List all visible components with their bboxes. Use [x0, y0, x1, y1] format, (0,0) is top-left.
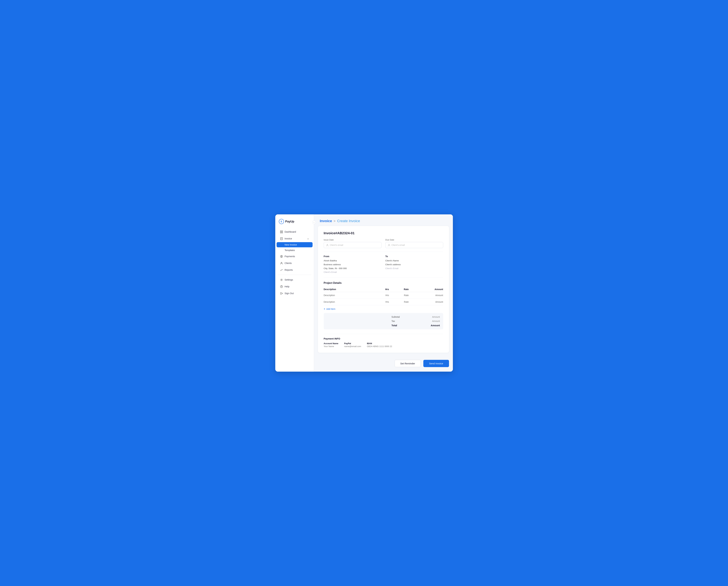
col-header-rate: Rate — [389, 287, 409, 292]
subtotal-row: Subtotal Amount — [392, 316, 440, 318]
sidebar-item-invoice[interactable]: Invoice ▲ — [277, 235, 313, 242]
to-block: To Client's Name Client's address Client… — [385, 255, 443, 274]
total-value: Amount — [431, 324, 440, 327]
due-date-label: Due Date — [385, 239, 443, 241]
svg-point-14 — [388, 244, 389, 245]
reports-icon — [280, 268, 283, 271]
invoice-number: Invoice#AB2324-01 — [324, 231, 443, 235]
payment-field-value: Your Name — [324, 345, 338, 348]
due-date-field: Due Date Client's email — [385, 239, 443, 248]
sidebar-item-dashboard[interactable]: Dashboard — [277, 229, 313, 235]
sidebar-item-settings[interactable]: Settings — [277, 276, 313, 283]
help-icon — [280, 285, 283, 288]
to-label: To — [385, 255, 443, 258]
invoice-icon — [280, 237, 283, 240]
issue-date-input[interactable]: Client's email — [324, 242, 382, 248]
payment-field-value: name@email.com — [344, 345, 361, 348]
add-item-plus-icon: + — [324, 308, 326, 311]
to-email: Client's Email — [385, 267, 443, 270]
total-label: Total — [392, 324, 397, 327]
settings-icon — [280, 278, 283, 281]
payment-info-block: IBAN GB24 ABNG 1111 0000 22 — [367, 342, 392, 348]
sidebar-item-reports[interactable]: Reports — [277, 267, 313, 273]
col-header-hrs: Hrs — [374, 287, 389, 292]
sidebar-collapse-button[interactable]: ‹ — [312, 220, 316, 224]
due-date-input[interactable]: Client's email — [385, 242, 443, 248]
issue-date-field: Issue Date Client's email — [324, 239, 382, 248]
tax-label: Tax — [392, 320, 395, 322]
row-hrs: Hrs — [374, 292, 389, 298]
help-label: Help — [285, 285, 289, 288]
issue-date-placeholder: Client's email — [330, 244, 343, 246]
tax-value: Amount — [432, 320, 440, 322]
payments-icon — [280, 255, 283, 258]
clients-icon — [280, 262, 283, 265]
payment-field-label: IBAN — [367, 342, 392, 345]
signout-label: Sign Out — [285, 292, 294, 295]
app-logo: S PayUp — [275, 219, 314, 229]
row-description: Description — [324, 298, 374, 305]
sidebar-item-help[interactable]: Help — [277, 283, 313, 290]
col-header-description: Description — [324, 287, 374, 292]
to-name: Client's Name — [385, 259, 443, 263]
row-amount: Amount — [409, 298, 443, 305]
svg-point-10 — [281, 279, 282, 280]
svg-rect-2 — [280, 232, 281, 233]
breadcrumb-separator: > — [334, 219, 336, 223]
col-header-amount: Amount — [409, 287, 443, 292]
signout-icon — [280, 292, 283, 295]
from-email: Client's Email — [324, 270, 382, 274]
reports-label: Reports — [285, 269, 293, 271]
issue-date-label: Issue Date — [324, 239, 382, 241]
totals-section: Subtotal Amount Tax Amount Total Amount — [324, 313, 443, 329]
project-table: Description Hrs Rate Amount Description … — [324, 287, 443, 305]
settings-label: Settings — [285, 278, 293, 281]
to-address: Client's address — [385, 263, 443, 266]
row-description: Description — [324, 292, 374, 298]
invoice-sub-nav: New Invoice Templates — [275, 242, 314, 253]
person-icon-issue — [326, 244, 329, 246]
from-label: From — [324, 255, 382, 258]
sidebar-item-new-invoice[interactable]: New Invoice — [277, 242, 313, 247]
set-reminder-button[interactable]: Set Reminder — [395, 360, 421, 367]
sidebar-item-templates[interactable]: Templates — [277, 248, 313, 253]
from-block: From Alvish Baldha Business address City… — [324, 255, 382, 274]
svg-rect-1 — [282, 231, 283, 232]
row-hrs: Hrs — [374, 298, 389, 305]
payment-info-block: PayPal name@email.com — [344, 342, 361, 348]
tax-row: Tax Amount — [392, 320, 440, 322]
invoice-expand-icon: ▲ — [307, 238, 309, 240]
svg-point-13 — [327, 244, 328, 245]
payments-label: Payments — [285, 255, 295, 258]
person-icon-due — [388, 244, 390, 246]
row-amount: Amount — [409, 292, 443, 298]
svg-rect-3 — [282, 232, 283, 233]
payment-field-label: Account Name — [324, 342, 338, 345]
payment-info-title: Payment INFO — [324, 337, 443, 340]
from-address: Business address — [324, 263, 382, 266]
from-name: Alvish Baldha — [324, 259, 382, 263]
dashboard-icon — [280, 230, 283, 233]
due-date-placeholder: Client's email — [392, 244, 405, 246]
row-rate: Rate — [389, 298, 409, 305]
payment-section: Payment INFO Account Name Your Name PayP… — [324, 334, 443, 348]
table-row: Description Hrs Rate Amount — [324, 298, 443, 305]
table-row: Description Hrs Rate Amount — [324, 292, 443, 298]
dashboard-label: Dashboard — [285, 231, 296, 233]
add-item-button[interactable]: + Add Item — [324, 305, 443, 311]
send-invoice-button[interactable]: Send Invoice — [423, 360, 449, 367]
total-row: Total Amount — [392, 324, 440, 327]
add-item-label: Add Item — [326, 308, 335, 310]
page-header: Invoice > Create Invoice — [314, 214, 453, 226]
sidebar-item-clients[interactable]: Clients — [277, 260, 313, 266]
clients-label: Clients — [285, 262, 292, 264]
sidebar-item-payments[interactable]: Payments — [277, 253, 313, 260]
sidebar-item-signout[interactable]: Sign Out — [277, 290, 313, 297]
logo-icon: S — [279, 219, 284, 224]
payment-info-block: Account Name Your Name — [324, 342, 338, 348]
from-city: City, State, IN - 000 000 — [324, 267, 382, 270]
sidebar-nav: Dashboard Invoice ▲ New Invoi — [275, 229, 314, 368]
breadcrumb-current: Create Invoice — [337, 219, 360, 223]
breadcrumb-invoice[interactable]: Invoice — [320, 219, 332, 223]
svg-rect-0 — [280, 231, 281, 232]
